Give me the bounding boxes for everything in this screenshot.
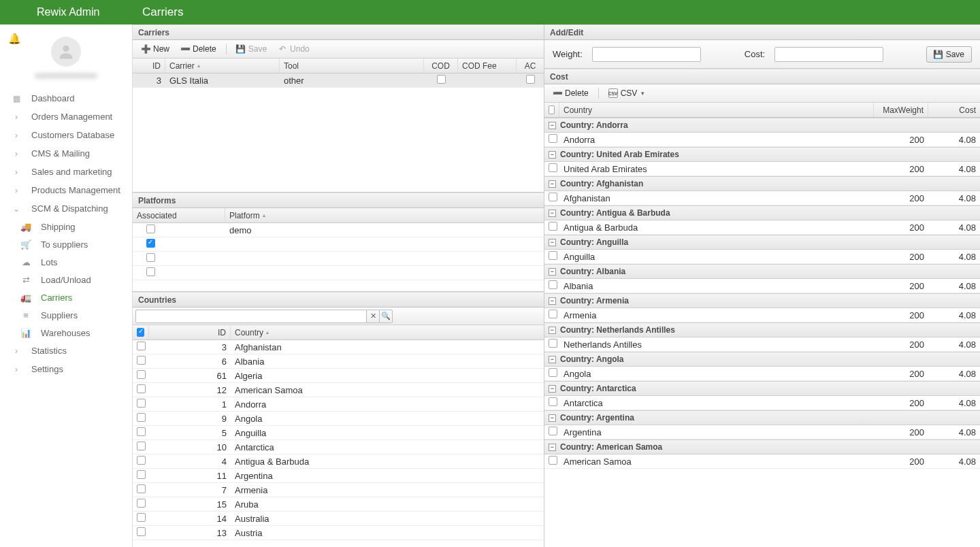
checkbox[interactable] (137, 356, 146, 365)
cost-group-header[interactable]: −Country: American Samoa (544, 440, 980, 454)
nav-subitem[interactable]: 🚛Carriers (0, 288, 132, 306)
cost-row[interactable]: Albania 200 4.08 (544, 279, 980, 293)
col-associated[interactable]: Associated (133, 208, 225, 222)
col-codfee[interactable]: COD Fee (458, 59, 517, 73)
collapse-icon[interactable]: − (549, 180, 556, 188)
platform-row[interactable] (133, 237, 544, 252)
nav-subitem[interactable]: ≡Suppliers (0, 306, 132, 324)
country-row[interactable]: 11 Argentina (133, 469, 544, 483)
country-row[interactable]: 3 Afghanistan (133, 340, 544, 354)
checkbox[interactable] (137, 527, 146, 536)
col-carrier[interactable]: Carrier (165, 59, 280, 73)
collapse-icon[interactable]: − (549, 414, 556, 422)
cost-group-header[interactable]: −Country: Argentina (544, 410, 980, 425)
weight-input[interactable] (592, 47, 701, 62)
checkbox[interactable] (549, 427, 557, 435)
checkbox[interactable] (549, 222, 557, 231)
collapse-icon[interactable]: − (549, 444, 556, 451)
carrier-row[interactable]: 3 GLS Italia other (133, 73, 544, 88)
collapse-icon[interactable]: − (549, 151, 556, 159)
checkbox[interactable] (137, 427, 146, 436)
col-country[interactable]: Country (559, 103, 874, 117)
nav-item[interactable]: ›Statistics (0, 342, 132, 360)
checkbox[interactable] (437, 75, 446, 84)
col-cost[interactable]: Cost (928, 103, 980, 117)
cost-group-header[interactable]: −Country: Angola (544, 352, 980, 367)
checkbox[interactable] (137, 399, 146, 408)
countries-search-input[interactable] (135, 310, 367, 323)
clear-icon[interactable]: ✕ (366, 310, 380, 323)
checkbox[interactable] (549, 134, 557, 143)
col-ac[interactable]: AC (517, 59, 544, 73)
checkbox[interactable] (137, 442, 146, 450)
checkbox[interactable] (549, 368, 557, 377)
nav-subitem[interactable]: 🛒To suppliers (0, 235, 132, 253)
col-cod[interactable]: COD (424, 59, 458, 73)
checkbox[interactable] (549, 397, 557, 406)
bell-icon[interactable]: 🔔 (8, 33, 21, 45)
cost-group-header[interactable]: −Country: Anguilla (544, 235, 980, 250)
checkbox[interactable] (526, 75, 535, 84)
avatar[interactable] (51, 37, 81, 67)
cost-group-header[interactable]: −Country: Andorra (544, 118, 980, 133)
col-id[interactable]: ID (149, 325, 231, 339)
collapse-icon[interactable]: − (549, 210, 556, 217)
collapse-icon[interactable]: − (549, 268, 556, 276)
country-row[interactable]: 6 Albania (133, 354, 544, 369)
csv-button[interactable]: csvCSV (604, 87, 649, 99)
nav-subitem[interactable]: 📊Warehouses (0, 324, 132, 342)
cost-row[interactable]: Andorra 200 4.08 (544, 133, 980, 147)
country-row[interactable]: 7 Armenia (133, 483, 544, 497)
col-platform[interactable]: Platform (225, 208, 544, 222)
country-row[interactable]: 5 Anguilla (133, 426, 544, 440)
cost-group-header[interactable]: −Country: Antigua & Barbuda (544, 205, 980, 220)
platform-row[interactable] (133, 266, 544, 280)
cost-row[interactable]: Afghanistan 200 4.08 (544, 191, 980, 205)
checkbox[interactable] (146, 239, 155, 248)
nav-item[interactable]: ›Settings (0, 360, 132, 378)
nav-item[interactable]: ▦Dashboard (0, 89, 132, 107)
cost-row[interactable]: Argentina 200 4.08 (544, 425, 980, 440)
cost-row[interactable]: Armenia 200 4.08 (544, 308, 980, 322)
nav-item[interactable]: ›Sales and marketing (0, 163, 132, 181)
nav-item[interactable]: ›CMS & Mailing (0, 144, 132, 163)
checkbox[interactable] (549, 251, 557, 260)
col-tool[interactable]: Tool (280, 59, 424, 73)
cost-group-header[interactable]: −Country: Albania (544, 264, 980, 279)
collapse-icon[interactable]: − (549, 239, 556, 246)
cost-group-header[interactable]: −Country: Afghanistan (544, 176, 980, 191)
col-check[interactable] (544, 103, 559, 117)
checkbox[interactable] (549, 456, 557, 465)
collapse-icon[interactable]: − (549, 122, 556, 129)
nav-item[interactable]: ⌄SCM & Dispatching (0, 199, 132, 218)
country-row[interactable]: 13 Austria (133, 526, 544, 540)
checkbox[interactable] (549, 105, 555, 114)
cost-row[interactable]: Angola 200 4.08 (544, 367, 980, 381)
country-row[interactable]: 14 Australia (133, 512, 544, 526)
checkbox[interactable] (549, 339, 557, 348)
nav-subitem[interactable]: ⇄Load/Unload (0, 271, 132, 288)
col-check[interactable] (133, 325, 149, 339)
cost-delete-button[interactable]: ➖Delete (549, 87, 593, 99)
cost-row[interactable]: Antarctica 200 4.08 (544, 396, 980, 410)
nav-item[interactable]: ›Orders Management (0, 107, 132, 126)
checkbox[interactable] (137, 513, 146, 522)
addedit-save-button[interactable]: 💾Save (926, 46, 972, 63)
cost-row[interactable]: Netherlands Antilles 200 4.08 (544, 337, 980, 352)
collapse-icon[interactable]: − (549, 385, 556, 393)
checkbox[interactable] (137, 413, 146, 422)
cost-group-header[interactable]: −Country: United Arab Emirates (544, 147, 980, 162)
country-row[interactable]: 12 American Samoa (133, 383, 544, 397)
col-id[interactable]: ID (133, 59, 165, 73)
platform-row[interactable] (133, 252, 544, 266)
cost-group-header[interactable]: −Country: Armenia (544, 293, 980, 308)
country-row[interactable]: 15 Aruba (133, 497, 544, 512)
country-row[interactable]: 1 Andorra (133, 397, 544, 412)
checkbox[interactable] (137, 328, 144, 337)
cost-row[interactable]: American Samoa 200 4.08 (544, 454, 980, 469)
country-row[interactable]: 10 Antarctica (133, 440, 544, 454)
checkbox[interactable] (146, 225, 155, 233)
platform-row[interactable]: demo (133, 223, 544, 237)
checkbox[interactable] (549, 310, 557, 318)
cost-row[interactable]: United Arab Emirates 200 4.08 (544, 162, 980, 176)
